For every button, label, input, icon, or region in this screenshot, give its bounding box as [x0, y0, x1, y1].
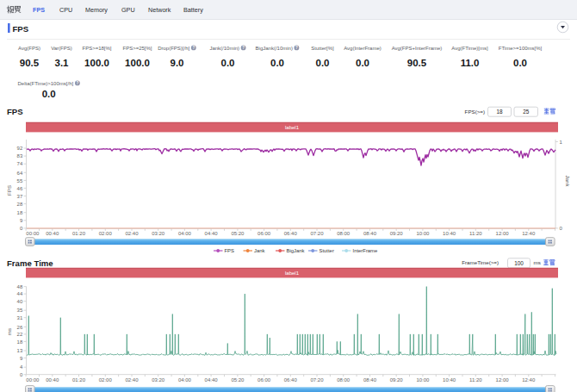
- svg-text:90.5: 90.5: [20, 58, 40, 68]
- svg-text:04:40: 04:40: [205, 377, 219, 383]
- svg-text:FPS: FPS: [6, 185, 12, 196]
- svg-text:25: 25: [523, 109, 530, 115]
- svg-text:02:00: 02:00: [99, 377, 113, 383]
- svg-text:ms: ms: [534, 259, 541, 265]
- svg-text:FPS(>=): FPS(>=): [465, 109, 485, 115]
- svg-text:55: 55: [17, 178, 23, 184]
- svg-text:12:40: 12:40: [522, 377, 536, 383]
- svg-text:06:00: 06:00: [257, 377, 271, 383]
- svg-text:03:20: 03:20: [152, 377, 165, 383]
- svg-text:Drop(FPS)[/h]: Drop(FPS)[/h]: [158, 46, 189, 51]
- svg-text:00:00: 00:00: [26, 231, 40, 236]
- svg-text:48: 48: [17, 284, 23, 289]
- svg-text:10:00: 10:00: [416, 231, 430, 236]
- svg-text:?: ?: [192, 46, 195, 50]
- svg-text:Stutter[%]: Stutter[%]: [311, 46, 334, 51]
- svg-text:00:00: 00:00: [26, 377, 40, 383]
- svg-text:04:00: 04:00: [178, 377, 192, 383]
- svg-text:01:20: 01:20: [72, 377, 86, 383]
- svg-text:13: 13: [17, 348, 23, 353]
- svg-text:07:20: 07:20: [310, 377, 324, 383]
- svg-text:9.0: 9.0: [171, 58, 184, 68]
- svg-text:18: 18: [496, 109, 503, 115]
- svg-text:FPS: FPS: [7, 107, 23, 116]
- svg-text:46: 46: [17, 186, 23, 191]
- svg-text:0.0: 0.0: [42, 89, 56, 99]
- svg-text:100: 100: [514, 260, 524, 266]
- svg-text:05:20: 05:20: [231, 231, 245, 236]
- svg-text:07:20: 07:20: [310, 231, 324, 236]
- svg-text:12:40: 12:40: [522, 231, 536, 236]
- svg-text:06:00: 06:00: [257, 231, 271, 236]
- svg-text:05:20: 05:20: [231, 377, 245, 383]
- svg-text:label1: label1: [285, 125, 300, 130]
- svg-text:BigJank(/10min): BigJank(/10min): [256, 46, 293, 51]
- svg-text:Delta(FTime)>100ms[/h]: Delta(FTime)>100ms[/h]: [18, 81, 74, 86]
- svg-text:83: 83: [17, 153, 23, 159]
- svg-text:ms: ms: [6, 328, 12, 335]
- svg-text:06:40: 06:40: [284, 377, 298, 383]
- svg-text:FTime>=100ms[%]: FTime>=100ms[%]: [499, 46, 543, 51]
- svg-text:100.0: 100.0: [84, 58, 109, 68]
- svg-text:11.0: 11.0: [461, 58, 480, 68]
- svg-text:Var(FPS): Var(FPS): [51, 46, 72, 51]
- svg-text:Frame Time: Frame Time: [7, 258, 53, 268]
- svg-text:Avg(FTime)[ms]: Avg(FTime)[ms]: [451, 46, 488, 51]
- svg-text:02:40: 02:40: [125, 377, 139, 383]
- svg-text:64: 64: [17, 171, 23, 176]
- svg-text:44: 44: [17, 291, 23, 296]
- svg-text:Battery: Battery: [183, 6, 203, 14]
- svg-text:Network: Network: [148, 6, 171, 14]
- svg-text:FPS>=18[%]: FPS>=18[%]: [82, 46, 111, 51]
- svg-text:22: 22: [17, 332, 23, 337]
- svg-text:28: 28: [17, 202, 23, 207]
- svg-text:74: 74: [17, 161, 23, 166]
- svg-text:18: 18: [17, 339, 23, 345]
- svg-text:03:20: 03:20: [152, 231, 165, 236]
- svg-text:26: 26: [17, 325, 23, 330]
- svg-text:Jank: Jank: [565, 175, 571, 187]
- svg-text:40: 40: [17, 299, 23, 304]
- svg-text:02:00: 02:00: [99, 231, 113, 236]
- svg-text:08:00: 08:00: [337, 377, 351, 383]
- svg-text:08:40: 08:40: [363, 231, 377, 236]
- svg-text:11:20: 11:20: [469, 377, 482, 383]
- svg-text:FrameTime(>=): FrameTime(>=): [462, 259, 499, 265]
- svg-text:09:20: 09:20: [390, 231, 404, 236]
- svg-text:?: ?: [295, 46, 298, 50]
- svg-text:0.0: 0.0: [270, 58, 284, 68]
- svg-text:92: 92: [17, 146, 23, 151]
- svg-text:04:00: 04:00: [178, 231, 192, 236]
- svg-text:04:40: 04:40: [205, 231, 219, 236]
- svg-text:0.0: 0.0: [221, 58, 235, 68]
- svg-text:InterFrame: InterFrame: [353, 248, 379, 253]
- svg-text:10:40: 10:40: [443, 377, 456, 383]
- svg-text:Avg(FPS): Avg(FPS): [18, 46, 40, 51]
- svg-text:90.5: 90.5: [407, 58, 427, 68]
- svg-text:18: 18: [17, 210, 23, 215]
- svg-text:35: 35: [17, 308, 23, 313]
- svg-text:?: ?: [76, 81, 78, 85]
- svg-text:BigJank: BigJank: [287, 248, 305, 253]
- svg-text:FPS: FPS: [225, 248, 235, 253]
- svg-text:Jank(/10min): Jank(/10min): [209, 46, 239, 51]
- svg-text:GPU: GPU: [121, 6, 135, 14]
- svg-text:06:40: 06:40: [284, 231, 298, 236]
- svg-text:Avg(FPS+InterFrame): Avg(FPS+InterFrame): [392, 46, 443, 51]
- svg-text:08:40: 08:40: [363, 377, 377, 383]
- svg-text:Memory: Memory: [85, 6, 108, 14]
- svg-text:12:00: 12:00: [496, 231, 510, 236]
- svg-text:12:00: 12:00: [496, 377, 510, 383]
- svg-text:100.0: 100.0: [125, 58, 150, 68]
- svg-text:0.0: 0.0: [356, 58, 369, 68]
- svg-text:01:20: 01:20: [72, 231, 86, 236]
- svg-text:10:40: 10:40: [443, 231, 456, 236]
- svg-text:09:20: 09:20: [390, 377, 404, 383]
- svg-text:00:40: 00:40: [46, 231, 59, 236]
- svg-text:31: 31: [17, 315, 23, 320]
- svg-text:00:40: 00:40: [46, 377, 59, 383]
- svg-text:0.0: 0.0: [316, 58, 330, 68]
- svg-text:08:00: 08:00: [337, 231, 351, 236]
- svg-text:FPS: FPS: [13, 24, 29, 34]
- svg-text:0.0: 0.0: [513, 58, 527, 68]
